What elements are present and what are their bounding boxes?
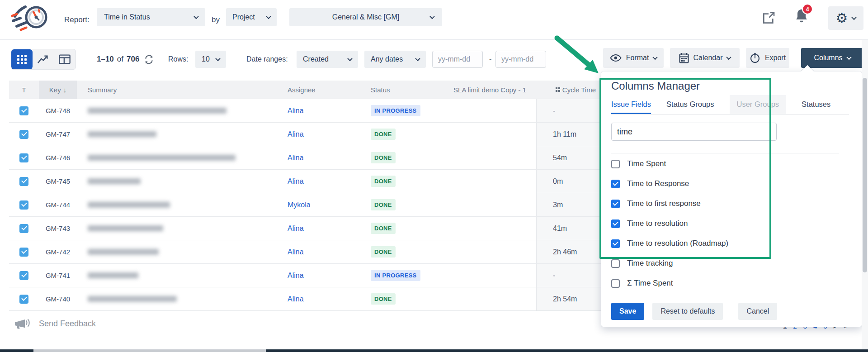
- format-label: Format: [626, 54, 649, 62]
- report-type-select[interactable]: Time in Status: [97, 8, 205, 26]
- status-cell: DONE: [362, 293, 437, 305]
- row-checkbox-checked[interactable]: [19, 295, 28, 304]
- column-option-label: Time tracking: [627, 259, 673, 268]
- columns-button[interactable]: Columns: [801, 48, 863, 68]
- column-option-item: Time tracking: [611, 253, 862, 273]
- column-option-checkbox-unchecked[interactable]: [611, 160, 620, 168]
- view-board-button[interactable]: [54, 49, 75, 69]
- column-header-sla[interactable]: SLA limit demo Copy - 1: [437, 86, 536, 94]
- view-chart-button[interactable]: [33, 49, 54, 69]
- cycle-time-value: 0m: [536, 170, 601, 193]
- chevron-down-icon: [429, 14, 434, 19]
- settings-button[interactable]: ⚙: [828, 6, 863, 30]
- issue-key-link[interactable]: GM-746: [39, 154, 77, 162]
- assignee-link[interactable]: Mykola: [277, 201, 362, 209]
- cancel-button[interactable]: Cancel: [738, 303, 777, 320]
- line-chart-icon: [37, 54, 50, 65]
- assignee-link[interactable]: Alina: [277, 177, 362, 186]
- column-search-input[interactable]: [611, 123, 777, 141]
- tab-user-groups[interactable]: User Groups: [730, 95, 787, 114]
- column-option-label: Time to resolution: [627, 219, 688, 228]
- assignee-link[interactable]: Alina: [277, 130, 362, 138]
- column-option-checkbox-checked[interactable]: [611, 180, 620, 188]
- column-header-key[interactable]: Key ↓: [39, 81, 77, 99]
- refresh-button[interactable]: [144, 54, 154, 65]
- status-badge: DONE: [371, 199, 396, 210]
- column-option-checkbox-unchecked[interactable]: [611, 279, 620, 288]
- date-mode-select[interactable]: Any dates: [364, 51, 426, 68]
- row-select-cell: [9, 177, 39, 186]
- popup-title: Columns Manager: [611, 80, 862, 92]
- page-scrollbar[interactable]: [862, 40, 868, 349]
- reset-to-defaults-button[interactable]: Reset to defaults: [652, 303, 723, 320]
- blurred-summary-text: [88, 225, 163, 231]
- column-option-checkbox-checked[interactable]: [611, 219, 620, 228]
- export-button[interactable]: Export: [746, 48, 789, 68]
- chevron-down-icon: [415, 56, 420, 61]
- column-option-checkbox-checked[interactable]: [611, 200, 620, 208]
- issue-key-link[interactable]: GM-741: [39, 272, 77, 279]
- rows-per-page-select[interactable]: 10: [195, 51, 226, 68]
- view-table-button[interactable]: [11, 49, 33, 69]
- send-feedback-link[interactable]: Send Feedback: [14, 317, 96, 330]
- assignee-link[interactable]: Alina: [277, 154, 362, 162]
- calendar-button[interactable]: Calendar: [670, 48, 740, 68]
- issue-key-link[interactable]: GM-748: [39, 107, 77, 114]
- issue-summary-redacted: [77, 296, 277, 302]
- chevron-down-icon: [266, 14, 271, 19]
- cycle-time-value: 41m: [536, 217, 601, 240]
- row-checkbox-checked[interactable]: [19, 130, 28, 139]
- columns-manager-popup: Columns Manager Issue Fields Status Grou…: [601, 72, 862, 327]
- app-root: Report: Time in Status by Project Genera…: [0, 0, 868, 353]
- status-cell: DONE: [362, 152, 437, 163]
- assignee-link[interactable]: Alina: [277, 224, 362, 233]
- issue-key-link[interactable]: GM-742: [39, 248, 77, 256]
- row-checkbox-checked[interactable]: [19, 177, 28, 186]
- save-button[interactable]: Save: [611, 303, 644, 320]
- export-label: Export: [765, 54, 786, 62]
- format-button[interactable]: Format: [603, 48, 664, 68]
- assignee-link[interactable]: Alina: [277, 272, 362, 280]
- issue-key-link[interactable]: GM-747: [39, 130, 77, 138]
- column-header-cycle-time[interactable]: Cycle Time: [536, 86, 601, 94]
- column-header-summary[interactable]: Summary: [77, 86, 277, 94]
- page-scrollbar-thumb[interactable]: [863, 78, 867, 272]
- date-to-input[interactable]: [495, 51, 546, 68]
- blurred-summary-text: [88, 249, 159, 255]
- group-by-value: Project: [232, 13, 255, 21]
- issue-key-link[interactable]: GM-745: [39, 177, 77, 185]
- cycle-time-value: -: [536, 264, 601, 287]
- assignee-link[interactable]: Alina: [277, 248, 362, 256]
- tab-issue-fields[interactable]: Issue Fields: [611, 100, 651, 114]
- group-by-select[interactable]: Project: [226, 8, 277, 26]
- cycle-time-value: 54m: [536, 146, 601, 169]
- column-option-checkbox-checked[interactable]: [611, 239, 620, 248]
- key-header-label: Key: [49, 86, 61, 94]
- column-header-assignee[interactable]: Assignee: [277, 86, 362, 94]
- assignee-link[interactable]: Alina: [277, 295, 362, 303]
- row-checkbox-checked[interactable]: [19, 106, 28, 115]
- date-field-select[interactable]: Created: [297, 51, 358, 68]
- status-cell: DONE: [362, 129, 437, 140]
- chevron-down-icon: [347, 56, 352, 61]
- row-checkbox-checked[interactable]: [19, 271, 28, 280]
- tab-status-groups[interactable]: Status Groups: [666, 100, 714, 114]
- row-checkbox-checked[interactable]: [19, 200, 28, 210]
- issue-key-link[interactable]: GM-744: [39, 201, 77, 209]
- project-select[interactable]: General & Misc [GM]: [289, 8, 442, 26]
- assignee-link[interactable]: Alina: [277, 107, 362, 115]
- app-logo-clock-icon: [10, 4, 52, 33]
- share-icon[interactable]: [761, 11, 776, 25]
- column-header-status[interactable]: Status: [362, 86, 437, 94]
- tab-statuses[interactable]: Statuses: [802, 100, 830, 114]
- issue-key-link[interactable]: GM-740: [39, 295, 77, 303]
- range-of-label: of: [117, 55, 123, 64]
- column-option-checkbox-unchecked[interactable]: [611, 259, 620, 268]
- date-from-input[interactable]: [432, 51, 483, 68]
- issue-key-link[interactable]: GM-743: [39, 224, 77, 232]
- row-checkbox-checked[interactable]: [19, 224, 28, 233]
- row-checkbox-checked[interactable]: [19, 153, 28, 162]
- drag-handle-icon[interactable]: [556, 87, 560, 92]
- row-checkbox-checked[interactable]: [19, 248, 28, 257]
- board-view-icon: [58, 54, 71, 65]
